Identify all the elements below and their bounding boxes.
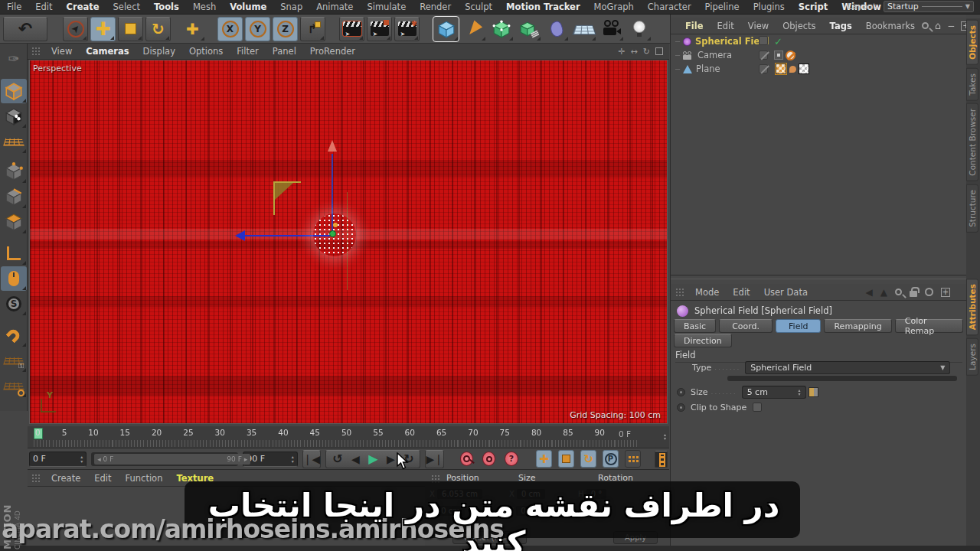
menu-mograph[interactable]: MoGraph [587, 0, 641, 14]
tab-color-remap[interactable]: Color Remap [895, 319, 963, 333]
undo-history-button[interactable]: ✑ [1, 44, 27, 72]
camera-target-tag[interactable] [774, 51, 783, 60]
object-name[interactable]: Plane [696, 64, 720, 74]
viewport-pan-icon[interactable]: ✛ [618, 47, 625, 57]
menu-mesh[interactable]: Mesh [186, 0, 223, 14]
camera-disabled-tag[interactable] [786, 51, 795, 60]
mat-menu-function[interactable]: Function [119, 471, 170, 485]
clip-animation-dot[interactable] [677, 403, 685, 412]
menu-character[interactable]: Character [641, 0, 698, 14]
editor-visibility-tag[interactable] [759, 64, 768, 73]
viewport-solo-button[interactable] [1, 266, 27, 291]
menu-file[interactable]: File [0, 0, 28, 14]
simulation-button[interactable]: S [1, 292, 27, 316]
menu-animate[interactable]: Animate [309, 0, 360, 14]
field-size-handle[interactable] [333, 223, 338, 227]
viewport-rotate-icon[interactable]: ↻ [643, 47, 650, 57]
keyframe-selection-button[interactable] [655, 451, 667, 468]
size-input[interactable]: 5 cm ▴▾ [742, 386, 806, 399]
x-axis-lock-button[interactable]: X [217, 17, 243, 41]
menu-create[interactable]: Create [60, 0, 106, 14]
om-minus-icon[interactable]: − [947, 21, 955, 31]
size-animation-dot[interactable] [677, 388, 685, 396]
tab-structure[interactable]: Structure [966, 184, 978, 233]
panel-grip[interactable] [31, 47, 41, 56]
om-menu-objects[interactable]: Objects [776, 19, 822, 33]
tab-coord[interactable]: Coord. [719, 319, 773, 333]
menu-simulate[interactable]: Simulate [360, 0, 413, 14]
rotate-tool-button[interactable]: ↻ [145, 17, 171, 41]
om-home-icon[interactable]: ⌂ [935, 20, 941, 31]
menu-script[interactable]: Script [792, 0, 835, 14]
am-menu-userdata[interactable]: User Data [757, 285, 815, 299]
menu-plugins[interactable]: Plugins [746, 0, 792, 14]
polygons-mode-button[interactable] [1, 210, 27, 234]
edges-mode-button[interactable] [1, 184, 27, 209]
add-deformer-button[interactable] [544, 17, 569, 41]
visibility-toggle[interactable] [759, 36, 768, 45]
menu-volume[interactable]: Volume [223, 0, 273, 14]
panel-splitter[interactable] [671, 275, 967, 279]
am-up-icon[interactable]: ▲ [880, 287, 887, 298]
menu-snap[interactable]: Snap [273, 0, 309, 14]
previous-frame-button[interactable]: ◀ [347, 450, 364, 468]
render-to-picture-viewer-button[interactable] [367, 17, 392, 41]
menu-select[interactable]: Select [106, 0, 147, 14]
render-view-button[interactable] [339, 17, 364, 41]
editor-visibility-tag[interactable] [759, 51, 768, 60]
key-scale-button[interactable] [558, 450, 574, 468]
add-floor-button[interactable] [571, 17, 596, 41]
add-light-button[interactable] [626, 17, 652, 41]
z-axis-lock-button[interactable]: Z [273, 17, 298, 41]
vp-menu-display[interactable]: Display [136, 44, 182, 58]
texture-tag[interactable] [776, 64, 786, 74]
tab-direction[interactable]: Direction [674, 334, 732, 347]
vp-menu-prorender[interactable]: ProRender [303, 44, 362, 58]
material-panel-grip[interactable] [31, 474, 41, 483]
tab-attributes[interactable]: Attributes [966, 279, 978, 335]
clip-checkbox[interactable] [753, 403, 762, 412]
add-camera-button[interactable] [599, 17, 624, 41]
undo-button[interactable]: ↶ [3, 17, 47, 41]
size-stepper[interactable]: ▴▾ [799, 388, 801, 396]
render-settings-button[interactable]: ✱ [394, 17, 420, 41]
move-tool-button[interactable]: ✚ [90, 17, 116, 41]
keyframe-options-button[interactable]: ? [505, 452, 518, 466]
layout-dropdown[interactable]: Startup ▼ [884, 1, 974, 12]
y-axis-lock-button[interactable]: Y [245, 17, 270, 41]
enable-axis-button[interactable] [1, 241, 27, 266]
type-dropdown[interactable]: Spherical Field▼ [745, 361, 950, 374]
am-grip[interactable] [675, 288, 685, 297]
tab-basic[interactable]: Basic [674, 319, 716, 333]
menu-edit[interactable]: Edit [28, 0, 59, 14]
texture-mode-button[interactable] [1, 104, 27, 129]
menu-tools[interactable]: Tools [147, 0, 186, 14]
om-menu-bookmarks[interactable]: Bookmarks [859, 19, 922, 33]
compositing-tag[interactable] [799, 64, 809, 74]
menu-sculpt[interactable]: Sculpt [458, 0, 499, 14]
viewport-maximize-icon[interactable] [655, 47, 663, 55]
tab-field[interactable]: Field [776, 319, 821, 333]
autokey-button[interactable] [482, 452, 495, 466]
tab-content-browser[interactable]: Content Browser [966, 103, 978, 181]
planar-workplane-button[interactable] [1, 373, 27, 398]
goto-end-button[interactable]: ▶❘ [425, 450, 444, 468]
key-parameter-button[interactable]: P [603, 450, 619, 468]
om-menu-tags[interactable]: Tags [823, 19, 859, 33]
points-mode-button[interactable] [1, 159, 27, 184]
object-row-camera[interactable]: ─ Camera [671, 48, 966, 62]
tab-objects[interactable]: Objects [966, 20, 978, 65]
am-add-icon[interactable]: + [941, 288, 950, 297]
key-rotation-button[interactable]: ↻ [580, 450, 596, 468]
last-tool-button[interactable]: ✚ [180, 17, 205, 41]
object-row-spherical-field[interactable]: ─ Spherical Field ✓ [671, 34, 966, 48]
add-cube-button[interactable] [433, 17, 459, 41]
menu-render[interactable]: Render [413, 0, 458, 14]
perspective-viewport[interactable]: Perspective Grid Spacing: 100 cm Y [29, 60, 668, 424]
key-position-button[interactable]: ✚ [536, 450, 552, 468]
end-frame-stepper[interactable]: ▴▾ [292, 455, 294, 463]
add-subdivision-surface-button[interactable] [488, 17, 514, 41]
frame-range-slider[interactable]: ◂ 0 F 90 F ▸ [91, 452, 238, 466]
goto-start-button[interactable]: ❘◀ [302, 450, 322, 468]
vp-menu-view[interactable]: View [44, 44, 79, 58]
